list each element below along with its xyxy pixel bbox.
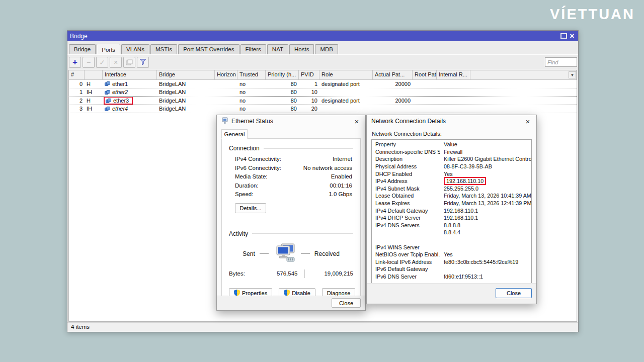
property-column-header[interactable]: Property [372, 141, 440, 147]
copy-icon[interactable] [123, 57, 135, 68]
connection-value: 00:01:16 [330, 183, 352, 192]
details-row[interactable]: Lease ObtainedFriday, March 13, 2026 10:… [372, 192, 531, 200]
column-header[interactable]: PVID [299, 70, 319, 79]
column-header[interactable]: # [69, 70, 85, 79]
bridge-tab-strip: BridgePortsVLANsMSTIsPort MST OverridesF… [67, 41, 578, 54]
add-icon[interactable]: + [69, 57, 81, 68]
details-row[interactable]: IPv4 WINS Server [372, 243, 531, 251]
column-header[interactable] [85, 70, 103, 79]
property-name: Connection-specific DNS S... [372, 149, 440, 155]
property-value: Friday, March 13, 2026 12:41:39 PM [440, 200, 531, 206]
port-icon [105, 81, 110, 86]
details-row[interactable]: DescriptionKiller E2600 Gigabit Ethernet… [372, 155, 531, 163]
property-name: DHCP Enabled [372, 171, 440, 177]
tab-filters[interactable]: Filters [240, 44, 266, 54]
property-value: 192.168.110.1 [440, 208, 531, 214]
details-row[interactable]: Connection-specific DNS S...Firewall [372, 148, 531, 156]
table-row[interactable]: 1IHether2BridgeLANno8010 [69, 88, 577, 97]
bridge-titlebar[interactable]: Bridge × [67, 31, 578, 41]
find-input[interactable] [545, 57, 577, 67]
close-icon[interactable]: × [353, 117, 361, 126]
enable-icon[interactable]: ✓ [96, 57, 108, 68]
connection-label: IPv4 Connectivity: [235, 156, 281, 165]
column-header[interactable]: Bridge [157, 70, 215, 79]
tab-ports[interactable]: Ports [97, 44, 120, 55]
close-icon[interactable]: × [524, 117, 532, 126]
interface-name: ether4 [112, 106, 128, 112]
ethernet-status-dialog: Ethernet Status × General Connection IPv… [216, 115, 366, 311]
property-value: 192.168.110.10 [440, 177, 531, 185]
table-row[interactable]: 2Hether3BridgeLANno8010designated port20… [69, 97, 577, 105]
remove-icon[interactable]: − [83, 57, 95, 68]
tab-general[interactable]: General [221, 129, 248, 139]
details-row[interactable]: Link-local IPv6 Addressfe80::3c0b:cbc5:5… [372, 258, 531, 266]
details-row[interactable]: Physical Address08-8F-C3-39-5B-AB [372, 163, 531, 170]
column-header[interactable]: Horizon [215, 70, 237, 79]
column-header [470, 70, 577, 79]
viettuan-logo: VÍETTUAN [550, 6, 635, 23]
chevron-down-icon[interactable]: ▼ [569, 71, 576, 78]
tab-mdb[interactable]: MDB [315, 44, 338, 54]
property-name: IPv4 Subnet Mask [372, 186, 440, 192]
tab-port-mst-overrides[interactable]: Port MST Overrides [178, 44, 239, 54]
property-value: Yes [440, 171, 531, 177]
disable-icon[interactable]: × [110, 57, 122, 68]
ports-table-header: # Interface Bridge Horizon Trusted Prior… [69, 70, 577, 80]
property-name: Link-local IPv6 Address [372, 259, 440, 265]
property-value: 255.255.255.0 [440, 186, 531, 192]
close-icon[interactable]: × [569, 33, 576, 39]
property-name: IPv6 DNS Server [372, 274, 440, 280]
property-name: Lease Expires [372, 200, 440, 206]
details-row[interactable]: NetBIOS over Tcpip Enabl...Yes [372, 251, 531, 258]
column-header[interactable]: Role [319, 70, 373, 79]
port-icon [105, 90, 110, 95]
close-button[interactable]: Close [332, 298, 361, 308]
details-row[interactable]: IPv6 Default Gateway [372, 265, 531, 273]
column-header[interactable]: Trusted [237, 70, 266, 79]
property-name: Physical Address [372, 163, 440, 169]
ethernet-status-titlebar[interactable]: Ethernet Status × [217, 115, 365, 127]
details-row[interactable] [372, 236, 531, 244]
activity-graphic: Sent Received [229, 242, 353, 265]
bytes-divider [304, 269, 304, 278]
tab-hosts[interactable]: Hosts [289, 44, 314, 54]
details-row[interactable]: Lease ExpiresFriday, March 13, 2026 12:4… [372, 200, 531, 207]
dialog-title: Network Connection Details [371, 118, 446, 125]
received-line [301, 253, 310, 254]
details-row[interactable]: IPv4 DNS Servers8.8.8.8 [372, 222, 531, 229]
column-header[interactable]: Internal R... [437, 70, 470, 79]
property-value: 08-8F-C3-39-5B-AB [440, 163, 531, 169]
details-list-header: Property Value [372, 141, 531, 148]
interface-cell: ether1 [105, 81, 128, 87]
network-details-titlebar[interactable]: Network Connection Details × [367, 115, 536, 127]
property-value: fe80::3c0b:cbc5:5445:f2ca%19 [440, 259, 531, 265]
table-row[interactable]: 3IHether4BridgeLANno8020 [69, 105, 577, 114]
connection-row: IPv6 Connectivity:No network access [235, 165, 352, 174]
port-icon [106, 99, 111, 103]
details-row[interactable]: IPv4 Subnet Mask255.255.255.0 [372, 185, 531, 193]
interface-cell: ether2 [105, 89, 128, 95]
details-row[interactable]: IPv4 Default Gateway192.168.110.1 [372, 207, 531, 214]
tab-mstis[interactable]: MSTIs [150, 44, 177, 54]
tab-bridge[interactable]: Bridge [69, 44, 96, 54]
details-row[interactable]: IPv4 Address192.168.110.10 [372, 177, 531, 185]
filter-icon[interactable] [137, 57, 149, 68]
value-column-header[interactable]: Value [440, 141, 531, 147]
tab-nat[interactable]: NAT [267, 44, 288, 54]
details-row[interactable]: DHCP EnabledYes [372, 170, 531, 177]
column-header[interactable]: Interface [103, 70, 157, 79]
interface-cell: ether4 [105, 106, 128, 112]
table-row[interactable]: 0Hether1BridgeLANno801designated port200… [69, 80, 577, 88]
ports-table-rows: 0Hether1BridgeLANno801designated port200… [69, 80, 577, 113]
network-details-dialog: Network Connection Details × Network Con… [366, 115, 537, 304]
details-button[interactable]: Details... [235, 203, 266, 213]
maximize-icon[interactable] [560, 33, 567, 39]
details-row[interactable]: IPv6 DNS Serverfd60:e1f:9513::1 [372, 273, 531, 281]
details-row[interactable]: 8.8.4.4 [372, 229, 531, 236]
column-header[interactable]: Actual Pat... [373, 70, 413, 79]
tab-vlans[interactable]: VLANs [121, 44, 149, 54]
column-header[interactable]: Root Path ... [413, 70, 437, 79]
column-header[interactable]: Priority (h... [266, 70, 299, 79]
close-button[interactable]: Close [496, 288, 532, 298]
details-row[interactable]: IPv4 DHCP Server192.168.110.1 [372, 214, 531, 222]
